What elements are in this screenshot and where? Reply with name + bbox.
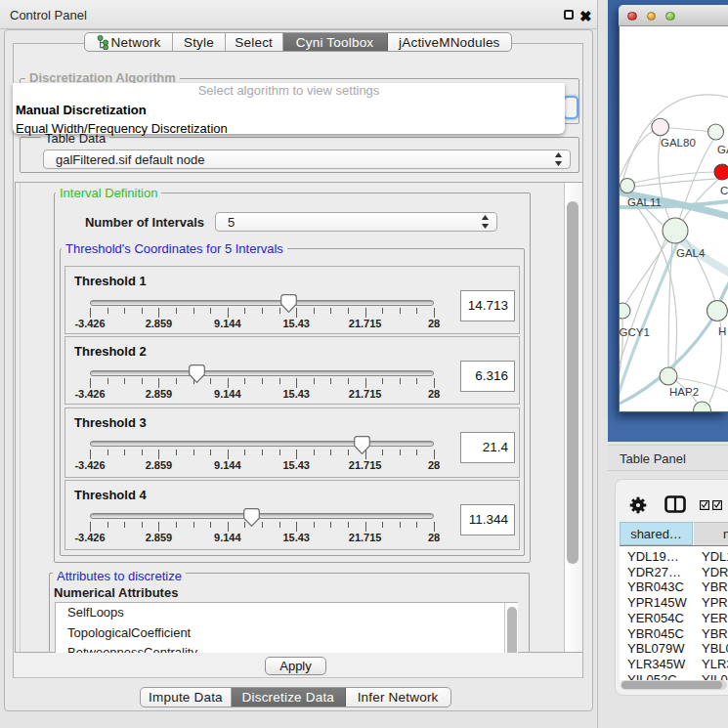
svg-text:C: C (720, 185, 728, 196)
svg-text:GCY1: GCY1 (620, 326, 650, 338)
svg-text:GA: GA (717, 144, 728, 155)
svg-text:GAL11: GAL11 (627, 196, 662, 208)
svg-text:GAL4: GAL4 (676, 247, 706, 259)
svg-text:GAL80: GAL80 (661, 137, 696, 149)
svg-text:HAP2: HAP2 (669, 386, 699, 398)
svg-text:H: H (718, 325, 726, 337)
